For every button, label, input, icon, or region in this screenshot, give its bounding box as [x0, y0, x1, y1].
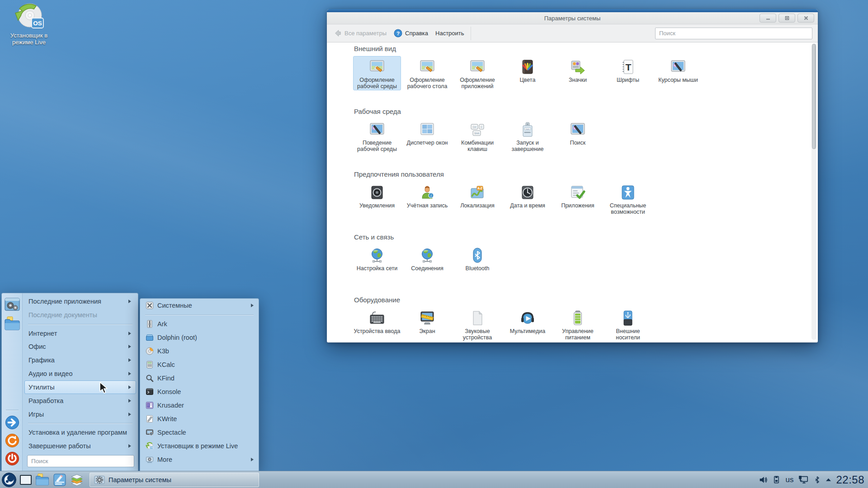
settings-sections: Внешний видОформление рабочей средыОформ…	[353, 45, 807, 342]
settings-item[interactable]: Bluetooth	[453, 244, 501, 279]
settings-item[interactable]: Значки	[554, 56, 602, 90]
menu-item[interactable]: Графика	[24, 353, 136, 367]
settings-item[interactable]: Звуковые устройства	[453, 307, 501, 342]
configure-button[interactable]: Настроить	[432, 27, 468, 40]
window-titlebar[interactable]: Параметры системы	[327, 12, 818, 24]
device-notifier-icon[interactable]	[773, 476, 780, 483]
settings-item-label: Значки	[554, 77, 601, 84]
settings-item-label: Оформление рабочей среды	[354, 77, 401, 89]
settings-item[interactable]: Приложения	[554, 182, 602, 216]
menu-item[interactable]: Аудио и видео	[24, 367, 136, 380]
submenu-item[interactable]: Dolphin (root)	[142, 331, 257, 344]
menu-separator	[145, 314, 254, 315]
settings-item[interactable]: Внешние носители	[604, 307, 652, 342]
settings-item[interactable]: Настройка сети	[353, 244, 401, 279]
settings-item[interactable]: loginЗапуск и завершение	[504, 119, 552, 153]
settings-item[interactable]: A-ZЛокализация	[453, 182, 501, 216]
menu-item-label: Аудио и видео	[28, 370, 72, 377]
settings-item[interactable]: Оформление рабочей среды	[353, 56, 401, 90]
submenu-item[interactable]: Konsole	[142, 385, 257, 399]
submenu-item[interactable]: OSУстановщик в режиме Live	[142, 439, 257, 453]
file-manager-icon[interactable]	[35, 473, 50, 487]
menu-item[interactable]: Интернет	[24, 327, 136, 340]
settings-item[interactable]: Оформление рабочего стола	[403, 56, 451, 90]
bluetooth-small-icon[interactable]	[814, 476, 820, 484]
network-icon[interactable]	[798, 475, 809, 484]
settings-item-label: Мультимедиа	[504, 328, 551, 335]
settings-item[interactable]: CtrlCShiftКомбинации клавиш	[453, 119, 501, 153]
maximize-button[interactable]	[778, 14, 795, 23]
notes-icon[interactable]	[53, 473, 66, 487]
help-button[interactable]: ? Справка	[390, 27, 432, 40]
minimize-button[interactable]	[760, 14, 776, 23]
activities-layers-icon[interactable]	[70, 473, 84, 487]
submenu-item[interactable]: KWrite	[142, 412, 257, 426]
submenu-item-label: Spectacle	[157, 429, 186, 436]
close-button[interactable]	[797, 14, 814, 23]
settings-item[interactable]: Соединения	[403, 244, 451, 279]
shutdown-button[interactable]	[5, 451, 20, 466]
applications-icon[interactable]	[4, 296, 21, 313]
locale-icon: A-Z	[454, 184, 501, 202]
settings-item[interactable]: Уведомления	[353, 182, 401, 216]
menu-item[interactable]: Игры	[24, 408, 136, 421]
clock[interactable]: 22:58	[836, 474, 864, 486]
settings-item-label: Шрифты	[604, 77, 651, 84]
submenu-item[interactable]: KFind	[142, 371, 257, 385]
settings-item[interactable]: Мультимедиа	[504, 307, 552, 342]
krusader-icon	[146, 401, 154, 409]
system-settings-window: Параметры системы Все параметры ? Справк…	[327, 9, 818, 343]
menu-item[interactable]: Офис	[24, 340, 136, 353]
submenu-item[interactable]: Ark	[142, 317, 257, 331]
app-launcher-button[interactable]	[1, 472, 17, 488]
settings-item[interactable]: iУчётная запись	[403, 182, 451, 216]
menu-item[interactable]: Последние приложения	[24, 295, 136, 308]
konsole-icon	[146, 388, 154, 396]
settings-item[interactable]: Цвета	[504, 56, 552, 90]
session-refresh-button[interactable]	[5, 433, 20, 448]
submenu-item[interactable]: More	[142, 453, 257, 466]
settings-item[interactable]: Устройства ввода	[353, 307, 401, 342]
menu-item[interactable]: Утилиты	[24, 380, 136, 394]
settings-search-input[interactable]	[655, 28, 812, 39]
submenu-item[interactable]: K3b	[142, 344, 257, 358]
menu-item[interactable]: Установка и удаление программ	[24, 426, 136, 439]
minimize-icon	[765, 15, 771, 21]
keyboard-layout-indicator[interactable]: us	[785, 475, 793, 484]
settings-item[interactable]: Оформление приложений	[453, 56, 501, 90]
submenu-item[interactable]: KCalc	[142, 358, 257, 371]
task-label: Параметры системы	[108, 476, 171, 483]
desktop-pager[interactable]	[20, 475, 32, 485]
settings-item[interactable]: TШрифты	[604, 56, 652, 90]
settings-item[interactable]: Экран	[403, 307, 451, 342]
volume-icon[interactable]	[759, 475, 768, 484]
all-settings-button[interactable]: Все параметры	[330, 27, 390, 40]
settings-item[interactable]: Управление питанием	[554, 307, 602, 342]
settings-item[interactable]: Поведение рабочей среды	[353, 119, 401, 153]
submenu-item[interactable]: Системные	[142, 299, 257, 312]
menu-item[interactable]: Завершение работы	[24, 439, 136, 453]
scrollbar[interactable]	[811, 43, 816, 340]
taskbar-task-system-settings[interactable]: Параметры системы	[90, 473, 259, 487]
spectacle-icon	[146, 428, 154, 436]
submenu-item[interactable]: Krusader	[142, 399, 257, 412]
close-icon	[803, 15, 809, 21]
settings-item[interactable]: Курсоры мыши	[654, 56, 702, 90]
submenu-item-label: K3b	[157, 347, 169, 355]
menu-item[interactable]: Последние документы	[24, 308, 136, 322]
menu-item[interactable]: Разработка	[24, 394, 136, 408]
dolphin-icon	[146, 333, 154, 342]
documents-folder-icon[interactable]	[4, 315, 21, 332]
go-arrow-button[interactable]	[5, 415, 20, 430]
settings-item[interactable]: Диспетчер окон	[403, 119, 451, 153]
submenu-item-label: Konsole	[157, 388, 181, 395]
submenu-item[interactable]: Spectacle	[142, 426, 257, 439]
settings-item[interactable]: Поиск	[554, 119, 602, 153]
settings-item[interactable]: Дата и время	[504, 182, 552, 216]
removable-media-icon	[604, 310, 651, 327]
desktop-icon-live-installer[interactable]: OS Установщик в режиме Live	[5, 3, 52, 46]
settings-item[interactable]: Специальные возможности	[604, 182, 652, 216]
menu-search-input[interactable]	[27, 455, 134, 467]
expand-tray-icon[interactable]	[825, 477, 832, 482]
scrollbar-thumb[interactable]	[812, 44, 816, 149]
